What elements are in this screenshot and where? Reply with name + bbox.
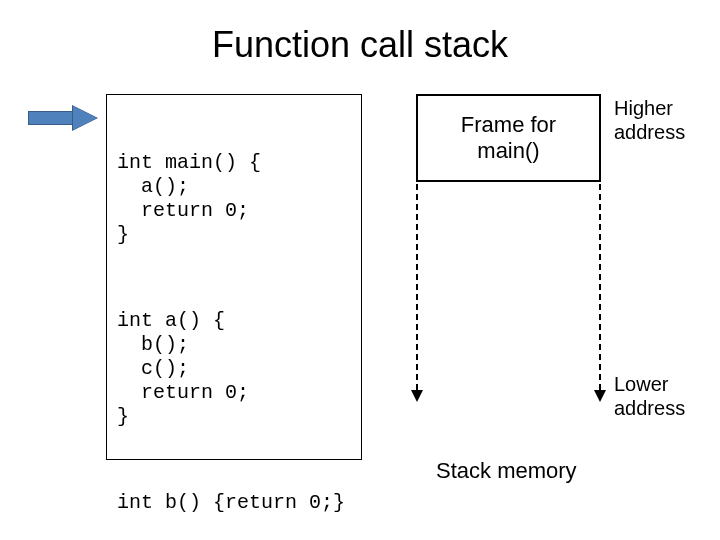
slide-title: Function call stack xyxy=(0,24,720,66)
current-line-arrow xyxy=(28,106,98,130)
stack-memory-caption: Stack memory xyxy=(436,458,577,484)
code-fn-a: int a() { b(); c(); return 0; } xyxy=(117,309,351,429)
code-fn-main: int main() { a(); return 0; } xyxy=(117,151,351,247)
code-listing: int main() { a(); return 0; } int a() { … xyxy=(106,94,362,460)
label-higher-address: Higher address xyxy=(614,96,704,144)
code-fn-b: int b() {return 0;} xyxy=(117,491,351,515)
label-lower-address: Lower address xyxy=(614,372,704,420)
stack-frame-main: Frame for main() xyxy=(416,94,601,182)
stack-frame-label: Frame for main() xyxy=(461,112,556,164)
slide: Function call stack int main() { a(); re… xyxy=(0,0,720,540)
